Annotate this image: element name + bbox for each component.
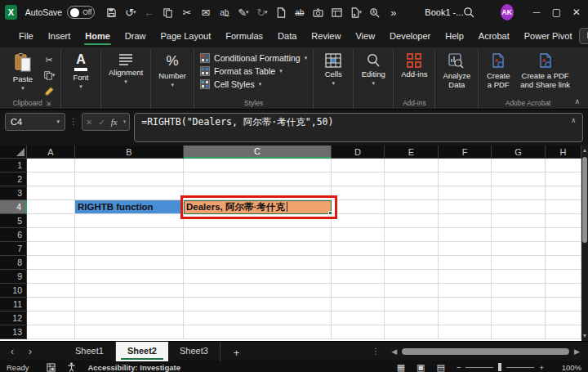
cell-D5[interactable] bbox=[332, 214, 385, 228]
cell-C13[interactable] bbox=[184, 325, 332, 339]
cell-G10[interactable] bbox=[492, 284, 546, 298]
cell-D2[interactable] bbox=[332, 173, 385, 186]
cell-H6[interactable] bbox=[546, 228, 581, 242]
row-header-6[interactable]: 6 bbox=[0, 228, 27, 242]
zoom-slider[interactable] bbox=[498, 363, 501, 371]
ribbon-tab[interactable]: Acrobat bbox=[471, 27, 517, 46]
conditional-formatting-button[interactable]: Conditional Formatting▾ bbox=[198, 52, 310, 64]
ribbon-tab[interactable]: Page Layout bbox=[153, 27, 218, 46]
vertical-scroll-thumb[interactable] bbox=[582, 157, 587, 243]
ribbon-tab[interactable]: Insert bbox=[41, 27, 78, 46]
cell-B6[interactable] bbox=[75, 228, 184, 242]
ribbon-tab[interactable]: Formulas bbox=[218, 27, 270, 46]
row-header-4[interactable]: 4 bbox=[0, 200, 27, 214]
maximize-button[interactable]: ▢ bbox=[546, 1, 566, 24]
cell-E1[interactable] bbox=[385, 159, 439, 173]
row-header-1[interactable]: 1 bbox=[0, 159, 27, 173]
export-icon[interactable]: ▾ bbox=[347, 3, 364, 21]
cell-D12[interactable] bbox=[332, 311, 385, 325]
cell-F6[interactable] bbox=[439, 228, 492, 242]
lookup-people-icon[interactable] bbox=[366, 3, 383, 21]
cell-C10[interactable] bbox=[184, 284, 332, 298]
cell-B8[interactable] bbox=[75, 256, 184, 270]
cell-styles-button[interactable]: Cell Styles▾ bbox=[198, 78, 310, 90]
cell-E12[interactable] bbox=[385, 311, 439, 325]
cell-H13[interactable] bbox=[546, 325, 581, 339]
copy-icon[interactable] bbox=[159, 3, 176, 21]
cell-D13[interactable] bbox=[332, 325, 385, 339]
cut-icon[interactable]: ✂ bbox=[178, 3, 195, 21]
cell-B9[interactable] bbox=[75, 270, 184, 284]
cell-B1[interactable] bbox=[75, 159, 184, 173]
fill-handle[interactable] bbox=[328, 211, 332, 215]
comments-button[interactable]: Comments bbox=[579, 28, 588, 44]
cell-E4[interactable] bbox=[385, 200, 439, 214]
spreadsheet-grid[interactable]: ABCDEFGH1234RIGHTB functionDealers, 阿尔蒂·… bbox=[0, 146, 581, 341]
cell-B13[interactable] bbox=[75, 325, 184, 339]
ribbon-tab[interactable]: File bbox=[11, 27, 41, 46]
cell-H5[interactable] bbox=[546, 214, 581, 228]
excel-logo-icon[interactable]: X bbox=[5, 5, 17, 20]
row-header-10[interactable]: 10 bbox=[0, 284, 27, 298]
row-header-7[interactable]: 7 bbox=[0, 242, 27, 256]
paste-picture-icon[interactable]: ✉ bbox=[197, 3, 214, 21]
font-button[interactable]: A Font ▾ bbox=[65, 51, 97, 91]
more-commands-icon[interactable]: » bbox=[385, 3, 402, 21]
ribbon-tab[interactable]: Review bbox=[304, 27, 348, 46]
cell-H3[interactable] bbox=[546, 186, 581, 200]
formula-bar-collapse-icon[interactable]: ∧ bbox=[572, 116, 576, 124]
row-header-12[interactable]: 12 bbox=[0, 311, 27, 325]
formula-input[interactable]: =RIGHTB("Dealers, 阿尔蒂·考什克",50) ∧ bbox=[134, 113, 583, 142]
name-box[interactable]: C4 ▾ bbox=[5, 113, 65, 131]
cell-G9[interactable] bbox=[492, 270, 546, 284]
cell-E11[interactable] bbox=[385, 298, 439, 311]
cell-B7[interactable] bbox=[75, 242, 184, 256]
confirm-entry-icon[interactable]: ✓ bbox=[98, 118, 105, 127]
row-header-5[interactable]: 5 bbox=[0, 214, 27, 228]
cell-G5[interactable] bbox=[492, 214, 546, 228]
scroll-right-icon[interactable]: ▶ bbox=[574, 347, 580, 356]
cell-D6[interactable] bbox=[332, 228, 385, 242]
row-header-3[interactable]: 3 bbox=[0, 186, 27, 200]
strikethrough-icon[interactable]: ab bbox=[291, 3, 308, 21]
undo-icon[interactable]: ↺▾ bbox=[122, 3, 139, 21]
cell-H2[interactable] bbox=[546, 173, 581, 186]
cell-C7[interactable] bbox=[184, 242, 332, 256]
cell-A12[interactable] bbox=[27, 311, 75, 325]
create-pdf-share-button[interactable]: A Create a PDFand Share link bbox=[516, 51, 574, 91]
column-header-A[interactable]: A bbox=[27, 146, 75, 159]
analyze-data-button[interactable]: AnalyzeData bbox=[439, 51, 474, 91]
cell-C4[interactable]: Dealers, 阿尔蒂·考什克 bbox=[184, 200, 332, 214]
insert-function-icon[interactable]: fx bbox=[111, 117, 118, 127]
zoom-in-icon[interactable]: + bbox=[539, 363, 544, 372]
sheet-tab[interactable]: Sheet2 bbox=[116, 342, 168, 361]
minimize-button[interactable]: ─ bbox=[527, 1, 546, 24]
name-box-caret-icon[interactable]: ▾ bbox=[56, 119, 60, 125]
sheet-tab[interactable]: Sheet1 bbox=[64, 342, 116, 361]
cell-G11[interactable] bbox=[492, 298, 546, 311]
cells-button[interactable]: Cells ▾ bbox=[317, 51, 350, 87]
cell-D3[interactable] bbox=[332, 186, 385, 200]
cell-E7[interactable] bbox=[385, 242, 439, 256]
paste-button[interactable]: Paste ▾ bbox=[7, 51, 39, 92]
cell-C8[interactable] bbox=[184, 256, 332, 270]
ribbon-tab[interactable]: Data bbox=[270, 27, 304, 46]
cell-H1[interactable] bbox=[546, 159, 581, 173]
cell-F13[interactable] bbox=[439, 325, 492, 339]
cell-C2[interactable] bbox=[184, 173, 332, 186]
addins-button[interactable]: Add-ins bbox=[397, 51, 431, 80]
cell-H8[interactable] bbox=[546, 256, 581, 270]
scroll-down-icon[interactable]: ▼ bbox=[582, 331, 588, 341]
splitter-handle-icon[interactable]: ⋮ bbox=[372, 347, 380, 356]
cell-F5[interactable] bbox=[439, 214, 492, 228]
table-properties-icon[interactable] bbox=[328, 3, 345, 21]
new-file-icon[interactable] bbox=[272, 3, 289, 21]
horizontal-scroll-thumb[interactable] bbox=[402, 348, 569, 355]
cell-H10[interactable] bbox=[546, 284, 581, 298]
cell-A9[interactable] bbox=[27, 270, 75, 284]
cell-D10[interactable] bbox=[332, 284, 385, 298]
save-icon[interactable] bbox=[103, 3, 120, 21]
cell-B10[interactable] bbox=[75, 284, 184, 298]
create-pdf-button[interactable]: A Createa PDF bbox=[482, 51, 514, 91]
search-icon[interactable] bbox=[463, 7, 480, 18]
